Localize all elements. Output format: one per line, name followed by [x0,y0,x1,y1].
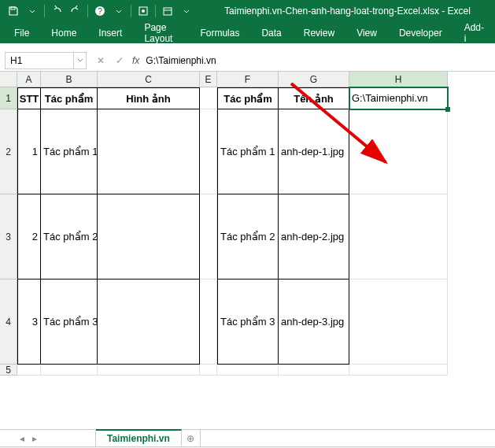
ribbon-tabs: File Home Insert Page Layout Formulas Da… [0,22,495,43]
svg-point-4 [142,9,145,13]
cell-B1[interactable]: Tác phẩm [41,87,98,109]
cell-A3[interactable]: 2 [17,194,41,280]
touch-mode-icon[interactable] [135,2,152,20]
sheet-tab-active[interactable]: Taimienphi.vn [96,429,182,446]
cell-H2[interactable] [349,109,448,194]
worksheet-grid[interactable]: ABCEFGH 12345 STTTác phẩmHình ảnhTác phẩ… [0,72,495,429]
enter-formula-icon[interactable]: ✓ [110,52,129,69]
cell-B5[interactable] [41,365,98,376]
col-header-H[interactable]: H [349,72,448,87]
sheet-tab-blank[interactable] [49,430,96,446]
qat-more-1[interactable] [24,2,41,20]
row-header-4[interactable]: 4 [0,280,17,365]
formula-input[interactable] [142,52,490,69]
cell-G2[interactable]: anh-dep-1.jpg [279,109,349,194]
tab-addins[interactable]: Add-i [453,22,495,43]
cancel-formula-icon[interactable]: ✕ [91,52,110,69]
cell-E2[interactable] [200,109,217,194]
cell-B4[interactable]: Tác phẩm 3 [41,280,98,365]
cell-G4[interactable]: anh-dep-3.jpg [279,280,349,365]
name-box-dropdown[interactable] [74,52,87,69]
add-sheet-button[interactable]: ⊕ [182,430,201,446]
undo-icon[interactable] [48,2,65,20]
tab-formulas[interactable]: Formulas [189,22,250,43]
col-header-G[interactable]: G [279,72,349,87]
svg-rect-5 [164,8,172,15]
qat-more-2[interactable] [110,2,127,20]
cell-C1[interactable]: Hình ảnh [98,87,200,109]
cell-H3[interactable] [349,194,448,280]
sheet-nav-prev[interactable]: ◂ [16,433,28,444]
name-box[interactable]: H1 [5,52,74,69]
cell-C3[interactable] [98,194,200,280]
redo-icon[interactable] [67,2,84,20]
fill-handle[interactable] [445,107,450,112]
formula-bar: H1 ✕ ✓ fx [0,50,495,72]
select-all-corner[interactable] [0,72,17,87]
cell-A2[interactable]: 1 [17,109,41,194]
tab-home[interactable]: Home [40,22,87,43]
qat-more-3[interactable] [178,2,195,20]
cell-E3[interactable] [200,194,217,280]
fx-icon[interactable]: fx [132,55,139,66]
title-bar: ? Taimienphi.vn-Chen-anh-hang-loat-trong… [0,0,495,22]
cell-F2[interactable]: Tác phẩm 1 [217,109,279,194]
cell-H1[interactable]: G:\Taimienphi.vn [349,87,448,109]
row-header-2[interactable]: 2 [0,109,17,194]
calendar-icon[interactable] [159,2,176,20]
cell-E5[interactable] [200,365,217,376]
col-header-A[interactable]: A [17,72,41,87]
tab-page-layout[interactable]: Page Layout [133,22,189,43]
tab-review[interactable]: Review [293,22,345,43]
cell-A1[interactable]: STT [17,87,41,109]
tab-file[interactable]: File [3,22,40,43]
cell-B3[interactable]: Tác phẩm 2 [41,194,98,280]
cell-G1[interactable]: Tên ảnh [279,87,349,109]
tab-view[interactable]: View [345,22,388,43]
cell-C5[interactable] [98,365,200,376]
cell-F5[interactable] [217,365,279,376]
cell-A4[interactable]: 3 [17,280,41,365]
row-header-5[interactable]: 5 [0,365,17,376]
cell-A5[interactable] [17,365,41,376]
window-title: Taimienphi.vn-Chen-anh-hang-loat-trong-E… [200,6,495,17]
cell-F1[interactable]: Tác phẩm [217,87,279,109]
cell-C4[interactable] [98,280,200,365]
cell-F4[interactable]: Tác phẩm 3 [217,280,279,365]
tab-insert[interactable]: Insert [87,22,133,43]
col-header-B[interactable]: B [41,72,98,87]
cell-B2[interactable]: Tác phẩm 1 [41,109,98,194]
cell-G3[interactable]: anh-dep-2.jpg [279,194,349,280]
sheet-nav-next[interactable]: ▸ [28,433,41,444]
col-header-E[interactable]: E [200,72,217,87]
save-icon[interactable] [5,2,22,20]
cell-C2[interactable] [98,109,200,194]
cell-G5[interactable] [279,365,349,376]
cell-H5[interactable] [349,365,448,376]
cell-E4[interactable] [200,280,217,365]
help-icon[interactable]: ? [91,2,109,20]
svg-rect-0 [11,7,15,9]
cell-F3[interactable]: Tác phẩm 2 [217,194,279,280]
cell-H4[interactable] [349,280,448,365]
quick-access-toolbar: ? [0,2,200,20]
col-header-F[interactable]: F [217,72,279,87]
cell-E1[interactable] [200,87,217,109]
row-header-3[interactable]: 3 [0,194,17,280]
svg-text:?: ? [98,7,102,16]
tab-developer[interactable]: Developer [388,22,453,43]
tab-data[interactable]: Data [250,22,292,43]
row-header-1[interactable]: 1 [0,87,17,109]
sheet-tab-bar: ◂ ▸ Taimienphi.vn ⊕ [0,429,495,446]
col-header-C[interactable]: C [98,72,200,87]
